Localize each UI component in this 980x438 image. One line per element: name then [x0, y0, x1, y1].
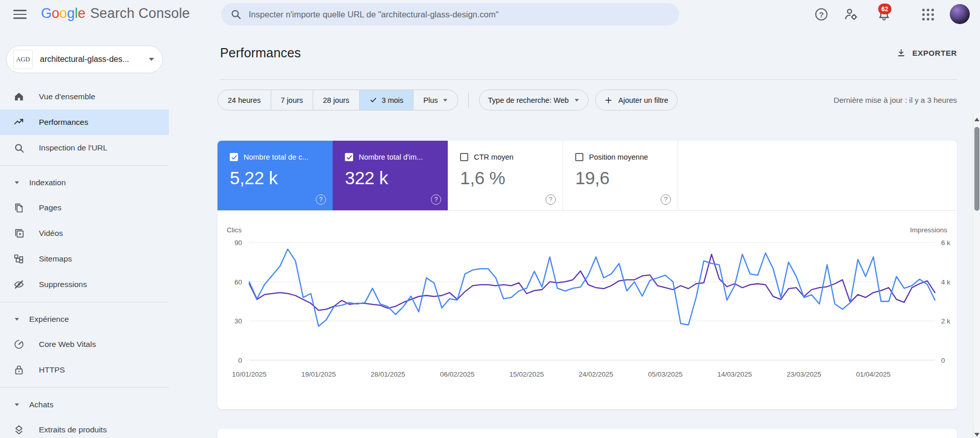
svg-text:01/04/2025: 01/04/2025 — [856, 370, 891, 378]
add-filter-chip[interactable]: Ajouter un filtre — [595, 90, 678, 111]
divider — [220, 79, 957, 80]
svg-text:14/03/2025: 14/03/2025 — [717, 370, 752, 378]
line-chart: 030609002 k4 k6 kClicsImpressions10/01/2… — [219, 224, 955, 384]
section-header-label: Expérience — [29, 315, 69, 324]
metric-value: 322 k — [345, 168, 448, 188]
svg-text:05/03/2025: 05/03/2025 — [648, 370, 683, 378]
user-settings-icon — [844, 7, 858, 21]
section-header-label: Achats — [29, 400, 53, 409]
export-button[interactable]: EXPORTER — [896, 48, 957, 58]
metric-tile-average-position[interactable]: Position moyenne 19,6 ? — [563, 141, 678, 210]
sidebar-item-overview[interactable]: Vue d'ensemble — [0, 84, 169, 110]
metric-label: Nombre total d'im... — [359, 153, 423, 161]
date-range-chip-group: 24 heures 7 jours 28 jours 3 mois Plus — [217, 90, 458, 111]
metric-label: CTR moyen — [474, 153, 513, 161]
scroll-up-arrow[interactable] — [974, 118, 979, 121]
url-inspection-input[interactable] — [249, 10, 670, 19]
property-selector[interactable]: AGD architectural-glass-des... — [6, 46, 163, 73]
last-updated-text: Dernière mise à jour : il y a 3 heures — [834, 96, 957, 104]
sidebar-item-url-inspection[interactable]: Inspection de l'URL — [0, 135, 169, 161]
sidebar-item-videos[interactable]: Vidéos — [0, 221, 169, 246]
export-label: EXPORTER — [912, 49, 957, 57]
chevron-down-icon — [15, 181, 19, 184]
sidebar-item-label: Pages — [39, 203, 61, 212]
account-avatar[interactable] — [950, 4, 970, 24]
svg-text:15/02/2025: 15/02/2025 — [509, 370, 544, 378]
svg-text:30: 30 — [234, 317, 242, 325]
svg-text:23/03/2025: 23/03/2025 — [787, 370, 821, 378]
google-apps-button[interactable] — [920, 6, 936, 23]
layers-icon — [13, 424, 25, 435]
svg-text:24/02/2025: 24/02/2025 — [579, 370, 614, 378]
help-icon[interactable]: ? — [316, 194, 326, 205]
checkbox-checked[interactable] — [230, 153, 238, 161]
page-title: Performances — [220, 46, 301, 60]
checkbox-checked[interactable] — [345, 153, 353, 161]
logo-letter: g — [67, 6, 75, 21]
download-icon — [896, 48, 906, 58]
url-inspection-searchbar[interactable] — [221, 3, 679, 26]
sidebar: AGD architectural-glass-des... Vue d'ens… — [0, 29, 169, 438]
speedometer-icon — [13, 339, 25, 350]
hamburger-menu-icon[interactable] — [13, 8, 27, 20]
section-header-indexing[interactable]: Indexation — [0, 170, 169, 195]
svg-text:Impressions: Impressions — [910, 226, 947, 234]
metric-tile-total-impressions[interactable]: Nombre total d'im... 322 k ? — [333, 141, 448, 210]
chip-label: 3 mois — [382, 96, 404, 104]
checkbox-unchecked[interactable] — [460, 153, 468, 161]
svg-text:0: 0 — [238, 357, 242, 364]
help-icon[interactable]: ? — [546, 194, 556, 205]
sidebar-item-label: Core Web Vitals — [39, 340, 96, 349]
chip-7-days[interactable]: 7 jours — [271, 90, 314, 110]
sidebar-nav: Vue d'ensemble Performances Inspection d… — [0, 84, 169, 438]
help-button[interactable]: ? — [813, 6, 830, 23]
help-icon[interactable]: ? — [431, 194, 441, 205]
divider — [0, 302, 169, 302]
help-icon[interactable]: ? — [661, 194, 671, 205]
section-header-shopping[interactable]: Achats — [0, 392, 169, 417]
google-search-console-logo[interactable]: G o o g l e Search Console — [41, 6, 190, 21]
svg-text:60: 60 — [234, 278, 242, 286]
chip-28-days[interactable]: 28 jours — [313, 90, 360, 110]
scrollbar-thumb[interactable] — [974, 127, 979, 211]
trending-up-icon — [13, 117, 25, 128]
metric-tile-total-clicks[interactable]: Nombre total de c... 5,22 k ? — [217, 141, 333, 210]
sidebar-item-sitemaps[interactable]: Sitemaps — [0, 246, 169, 272]
vertical-scrollbar[interactable] — [973, 114, 980, 438]
sidebar-item-removals[interactable]: Suppressions — [0, 272, 169, 297]
search-type-chip[interactable]: Type de recherche: Web — [479, 90, 589, 111]
svg-text:2 k: 2 k — [941, 317, 950, 325]
search-icon — [14, 143, 25, 154]
sidebar-item-label: Vidéos — [39, 229, 63, 238]
svg-text:4 k: 4 k — [941, 278, 950, 286]
chip-more[interactable]: Plus — [413, 90, 457, 110]
sidebar-item-core-web-vitals[interactable]: Core Web Vitals — [0, 332, 169, 357]
lock-icon — [13, 364, 25, 376]
logo-letter: o — [59, 6, 67, 21]
checkbox-unchecked[interactable] — [575, 153, 583, 161]
help-icon: ? — [815, 8, 827, 20]
divider — [0, 165, 169, 166]
sidebar-item-performance[interactable]: Performances — [0, 110, 169, 135]
svg-text:6 k: 6 k — [941, 239, 950, 247]
section-header-experience[interactable]: Expérience — [0, 307, 169, 332]
home-icon — [13, 91, 25, 102]
sitemaps-icon — [13, 253, 25, 265]
chip-label: Type de recherche: Web — [488, 96, 569, 104]
chip-24-hours[interactable]: 24 heures — [218, 90, 271, 110]
scroll-down-arrow[interactable] — [974, 433, 979, 436]
chip-3-months[interactable]: 3 mois — [360, 90, 414, 110]
apps-grid-icon — [922, 9, 934, 20]
logo-letter: e — [78, 6, 85, 21]
user-settings-button[interactable] — [843, 6, 859, 23]
sidebar-item-product-snippets[interactable]: Extraits de produits — [0, 417, 169, 438]
logo-suffix: Search Console — [90, 6, 190, 21]
svg-text:Clics: Clics — [227, 226, 242, 234]
chip-label: 7 jours — [281, 96, 303, 104]
sidebar-item-https[interactable]: HTTPS — [0, 357, 169, 383]
sidebar-item-label: Sitemaps — [39, 254, 72, 264]
metric-label: Position moyenne — [589, 153, 648, 161]
sidebar-item-pages[interactable]: Pages — [0, 195, 169, 221]
svg-text:0: 0 — [941, 357, 945, 364]
metric-tile-average-ctr[interactable]: CTR moyen 1,6 % ? — [448, 141, 563, 210]
